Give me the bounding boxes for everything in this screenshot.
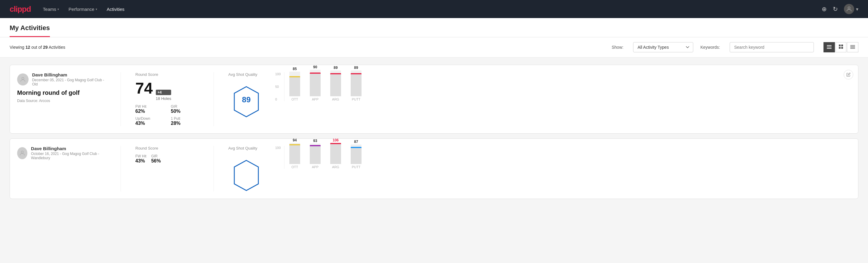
keyword-search-input[interactable]: [730, 42, 814, 52]
refresh-icon[interactable]: ↻: [833, 5, 838, 12]
y-label-50: 50: [275, 85, 281, 88]
nav-activities[interactable]: Activities: [107, 7, 125, 12]
card-chart-2: 100 94 OTT 93: [272, 146, 851, 192]
card-left-2: Dave Billingham October 16, 2021 - Gog M…: [17, 146, 114, 192]
round-score-value: 74: [135, 80, 153, 96]
svg-rect-3: [827, 48, 832, 49]
bar-value-arg: 89: [334, 66, 337, 70]
bar-label-arg: ARG: [332, 97, 339, 101]
holes-label: 18 Holes: [156, 96, 171, 101]
user-avatar-btn[interactable]: ▾: [844, 4, 858, 14]
chevron-down-icon: ▾: [856, 6, 858, 12]
view-compact-button[interactable]: [847, 42, 858, 52]
user-info: Dave Billingham December 05, 2021 - Gog …: [32, 72, 106, 86]
y-label-100: 100: [275, 72, 281, 76]
card-chart: 100 50 0 85 OTT: [272, 72, 851, 126]
avatar: [844, 4, 854, 14]
view-toggles: [824, 42, 858, 52]
svg-rect-2: [827, 47, 832, 47]
keywords-label: Keywords:: [701, 45, 720, 50]
main-content: Dave Billingham December 05, 2021 - Gog …: [0, 57, 868, 211]
bar-label-putt-c2: PUTT: [352, 165, 361, 169]
user-row: Dave Billingham December 05, 2021 - Gog …: [17, 72, 106, 86]
card-quality-2: Avg Shot Quality: [221, 146, 272, 192]
bar-value-putt-c2: 87: [354, 140, 358, 144]
chevron-down-icon: ▾: [57, 7, 59, 11]
svg-rect-9: [850, 46, 855, 47]
stat-fw-hit-2: FW Hit 43%: [135, 154, 147, 164]
activity-card: Dave Billingham December 05, 2021 - Gog …: [10, 65, 858, 134]
view-list-button[interactable]: [824, 42, 835, 52]
svg-rect-5: [841, 45, 843, 46]
card-divider-4: [214, 146, 214, 192]
hexagon: 89: [233, 86, 260, 113]
card-stats-2: Round Score FW Hit 43% GIR 56%: [128, 146, 206, 192]
data-source: Data Source: Arccos: [17, 99, 106, 103]
bar-value-app: 90: [313, 65, 317, 69]
svg-rect-6: [839, 47, 841, 49]
header-right: ⊕ ↻ ▾: [822, 4, 858, 14]
svg-rect-8: [850, 45, 855, 46]
bar-label-app: APP: [312, 97, 318, 101]
user-name: Dave Billingham: [32, 72, 106, 77]
viewing-count-text: Viewing 12 out of 29 Activities: [10, 45, 65, 50]
quality-title-2: Avg Shot Quality: [228, 146, 257, 150]
svg-point-12: [22, 77, 24, 79]
svg-rect-1: [827, 45, 832, 46]
hexagon-value: 89: [242, 95, 251, 105]
stat-1putt: 1 Putt 28%: [171, 116, 199, 126]
bar-label-ott-c2: OTT: [291, 165, 298, 169]
page-title: My Activities: [10, 18, 50, 37]
chevron-down-icon: ▾: [96, 7, 97, 11]
svg-rect-10: [850, 47, 855, 48]
score-badge: +4: [156, 90, 171, 95]
card-divider: [121, 72, 121, 126]
user-avatar-2: [17, 147, 27, 159]
nav-teams[interactable]: Teams ▾: [43, 7, 59, 12]
stat-fw-hit: FW Hit 62%: [135, 105, 164, 114]
y-label-100-c2: 100: [275, 146, 281, 150]
stat-gir: GIR 50%: [171, 105, 199, 114]
card-divider-2: [214, 72, 214, 126]
svg-point-0: [848, 7, 850, 9]
bar-value-ott-c2: 94: [292, 138, 297, 142]
activity-type-select[interactable]: All Activity Types: [633, 42, 693, 52]
header-left: clippd Teams ▾ Performance ▾ Activities: [10, 4, 125, 14]
round-score-label: Round Score: [135, 72, 199, 77]
card-left: Dave Billingham December 05, 2021 - Gog …: [17, 72, 114, 126]
stat-grid: FW Hit 62% GIR 50% Up/Down 43% 1 Putt 28…: [135, 105, 199, 126]
bar-value-ott: 85: [292, 67, 297, 71]
bar-label-putt: PUTT: [352, 97, 361, 101]
activity-card-2: Dave Billingham October 16, 2021 - Gog M…: [10, 139, 858, 199]
bar-value-arg-c2: 106: [333, 138, 339, 142]
y-label-0: 0: [275, 97, 281, 101]
svg-rect-7: [841, 47, 843, 49]
nav-performance[interactable]: Performance ▾: [69, 7, 97, 12]
bar-label-app-c2: APP: [312, 165, 318, 169]
main-nav: Teams ▾ Performance ▾ Activities: [43, 7, 125, 12]
hexagon-2: [233, 160, 260, 187]
filter-bar: Viewing 12 out of 29 Activities Show: Al…: [0, 37, 868, 57]
card-stats: Round Score 74 +4 18 Holes FW Hit 62% GI…: [128, 72, 206, 126]
svg-point-13: [21, 151, 23, 153]
score-row: 74 +4 18 Holes: [135, 80, 199, 101]
user-date: December 05, 2021 - Gog Magog Golf Club …: [32, 78, 106, 86]
activity-title: Morning round of golf: [17, 89, 106, 96]
user-row-2: Dave Billingham October 16, 2021 - Gog M…: [17, 146, 106, 160]
user-info-2: Dave Billingham October 16, 2021 - Gog M…: [31, 146, 106, 160]
user-name-2: Dave Billingham: [31, 146, 106, 151]
bar-label-arg-c2: ARG: [332, 165, 339, 169]
bar-value-putt: 89: [354, 66, 358, 70]
show-label: Show:: [612, 45, 623, 50]
stat-gir-2: GIR 56%: [151, 154, 161, 164]
logo[interactable]: clippd: [10, 4, 31, 14]
view-grid-button[interactable]: [836, 42, 846, 52]
add-icon[interactable]: ⊕: [822, 5, 827, 12]
svg-rect-11: [850, 49, 855, 49]
card-divider-3: [121, 146, 121, 192]
main-header: clippd Teams ▾ Performance ▾ Activities …: [0, 0, 868, 18]
quality-title: Avg Shot Quality: [228, 72, 257, 77]
bar-label-ott: OTT: [291, 97, 298, 101]
bar-value-app-c2: 93: [313, 139, 317, 143]
round-score-label-2: Round Score: [135, 146, 199, 150]
